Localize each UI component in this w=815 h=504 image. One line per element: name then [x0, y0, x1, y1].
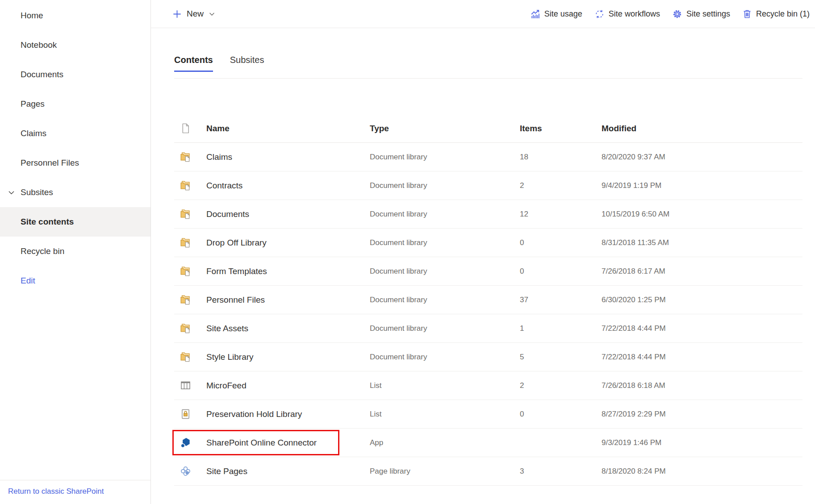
- row-name-link[interactable]: Claims: [206, 152, 370, 162]
- site-workflows-icon: [594, 8, 605, 20]
- row-name-link[interactable]: Style Library: [206, 352, 370, 362]
- row-type: Document library: [370, 153, 520, 162]
- row-modified: 10/15/2019 6:50 AM: [602, 210, 802, 219]
- row-name-link[interactable]: Form Templates: [206, 267, 370, 276]
- table-row-personnel-files[interactable]: Personnel Files Document library 37 6/30…: [174, 286, 802, 314]
- row-modified: 8/20/2020 9:37 AM: [602, 153, 802, 162]
- row-type: App: [370, 438, 520, 447]
- sidebar-item-home[interactable]: Home: [0, 1, 150, 30]
- row-modified: 7/26/2018 6:17 AM: [602, 267, 802, 276]
- toolbar-action-label: Site settings: [686, 9, 730, 19]
- sidebar: Home Notebook Documents Pages Claims Per…: [0, 0, 151, 504]
- row-modified: 8/18/2020 8:24 PM: [602, 467, 802, 476]
- row-name-link[interactable]: Site Assets: [206, 324, 370, 333]
- sidebar-item-pages[interactable]: Pages: [0, 89, 150, 119]
- row-name-link[interactable]: SharePoint Online Connector: [206, 438, 370, 448]
- row-name-link[interactable]: Personnel Files: [206, 295, 370, 305]
- table-row-claims[interactable]: Claims Document library 18 8/20/2020 9:3…: [174, 143, 802, 171]
- sidebar-item-personnel-files[interactable]: Personnel Files: [0, 148, 150, 178]
- row-items: 12: [520, 210, 602, 219]
- sidebar-item-notebook[interactable]: Notebook: [0, 30, 150, 60]
- row-modified: 7/26/2018 6:18 AM: [602, 381, 802, 390]
- row-modified: 8/27/2019 2:29 PM: [602, 410, 802, 419]
- sidebar-item-label: Site contents: [21, 217, 74, 227]
- column-header-items[interactable]: Items: [520, 124, 602, 133]
- sidebar-item-recycle-bin[interactable]: Recycle bin: [0, 237, 150, 266]
- site-usage-icon: [530, 8, 541, 20]
- sharepoint-site-contents-page: Home Notebook Documents Pages Claims Per…: [0, 0, 815, 504]
- table-row-style-library[interactable]: Style Library Document library 5 7/22/20…: [174, 343, 802, 371]
- plus-icon: [172, 9, 182, 19]
- table-row-site-pages[interactable]: Site Pages Page library 3 8/18/2020 8:24…: [174, 457, 802, 486]
- table-row-sharepoint-online-connector[interactable]: SharePoint Online Connector App 9/3/2019…: [174, 429, 802, 457]
- command-bar-actions: Site usage Site workflows Site settings …: [530, 8, 811, 20]
- toolbar-recycle-bin-1-button[interactable]: Recycle bin (1): [742, 8, 810, 19]
- toolbar-action-label: Site workflows: [609, 9, 660, 19]
- table-row-preservation-hold-library[interactable]: Preservation Hold Library List 0 8/27/20…: [174, 400, 802, 429]
- row-name-link[interactable]: Preservation Hold Library: [206, 409, 370, 419]
- sidebar-item-label: Subsites: [21, 187, 53, 197]
- recycle-bin-icon: [742, 8, 752, 19]
- sidebar-item-documents[interactable]: Documents: [0, 60, 150, 89]
- toolbar-site-usage-button[interactable]: Site usage: [530, 8, 582, 20]
- row-type: List: [370, 410, 520, 419]
- sidebar-nav: Home Notebook Documents Pages Claims Per…: [0, 0, 150, 296]
- row-items: 0: [520, 267, 602, 276]
- site-pages-icon: [174, 465, 206, 477]
- tabs: ContentsSubsites: [174, 55, 815, 72]
- table-row-drop-off-library[interactable]: Drop Off Library Document library 0 8/31…: [174, 229, 802, 257]
- row-items: 18: [520, 153, 602, 162]
- tab-contents[interactable]: Contents: [174, 55, 213, 72]
- row-type: Document library: [370, 210, 520, 219]
- return-to-classic-link[interactable]: Return to classic SharePoint: [8, 487, 104, 496]
- sidebar-item-label: Pages: [21, 99, 45, 109]
- hold-library-icon: [174, 408, 206, 420]
- column-header-name[interactable]: Name: [206, 124, 370, 133]
- row-modified: 7/22/2018 4:44 PM: [602, 353, 802, 362]
- table-header-row: NameTypeItemsModified: [174, 114, 802, 143]
- row-modified: 9/4/2019 1:19 PM: [602, 181, 802, 190]
- row-modified: 6/30/2020 1:25 PM: [602, 296, 802, 304]
- table-row-contracts[interactable]: Contracts Document library 2 9/4/2019 1:…: [174, 171, 802, 200]
- row-type: List: [370, 381, 520, 390]
- toolbar-site-settings-button[interactable]: Site settings: [672, 8, 730, 20]
- new-button[interactable]: New: [172, 9, 216, 19]
- new-button-label: New: [187, 9, 204, 19]
- site-contents-table: NameTypeItemsModified Claims Document li…: [174, 114, 802, 486]
- sidebar-item-site-contents[interactable]: Site contents: [0, 207, 150, 237]
- row-items: 0: [520, 238, 602, 247]
- row-name-link[interactable]: Drop Off Library: [206, 238, 370, 248]
- row-items: 2: [520, 181, 602, 190]
- toolbar-action-label: Recycle bin (1): [756, 9, 810, 19]
- column-header-type[interactable]: Type: [370, 124, 520, 133]
- table-row-microfeed[interactable]: MicroFeed List 2 7/26/2018 6:18 AM: [174, 371, 802, 400]
- sidebar-item-label: Notebook: [21, 40, 57, 50]
- row-name-link[interactable]: MicroFeed: [206, 381, 370, 391]
- row-type: Document library: [370, 238, 520, 247]
- command-bar: New Site usage Site workflows Site setti…: [151, 0, 815, 28]
- tab-subsites[interactable]: Subsites: [230, 55, 264, 72]
- sidebar-item-label: Recycle bin: [21, 246, 64, 256]
- chevron-down-icon: [208, 10, 216, 18]
- column-header-modified[interactable]: Modified: [602, 124, 802, 133]
- row-name-link[interactable]: Contracts: [206, 181, 370, 191]
- document-library-icon: [174, 151, 206, 163]
- sidebar-item-subsites[interactable]: Subsites: [0, 178, 150, 207]
- document-icon: [174, 122, 206, 134]
- table-row-form-templates[interactable]: Form Templates Document library 0 7/26/2…: [174, 257, 802, 286]
- row-modified: 8/31/2018 11:35 AM: [602, 238, 802, 247]
- sidebar-item-edit[interactable]: Edit: [0, 266, 150, 296]
- row-name-link[interactable]: Documents: [206, 209, 370, 219]
- sidebar-item-label: Personnel Files: [21, 158, 79, 168]
- toolbar-site-workflows-button[interactable]: Site workflows: [594, 8, 660, 20]
- sidebar-item-claims[interactable]: Claims: [0, 119, 150, 148]
- sidebar-item-label: Home: [21, 11, 43, 21]
- document-library-icon: [174, 179, 206, 192]
- document-library-icon: [174, 265, 206, 277]
- row-name-link[interactable]: Site Pages: [206, 467, 370, 476]
- table-row-documents[interactable]: Documents Document library 12 10/15/2019…: [174, 200, 802, 229]
- row-items: 2: [520, 381, 602, 390]
- sidebar-item-label: Documents: [21, 70, 63, 79]
- table-row-site-assets[interactable]: Site Assets Document library 1 7/22/2018…: [174, 314, 802, 343]
- chevron-down-icon[interactable]: [6, 187, 16, 197]
